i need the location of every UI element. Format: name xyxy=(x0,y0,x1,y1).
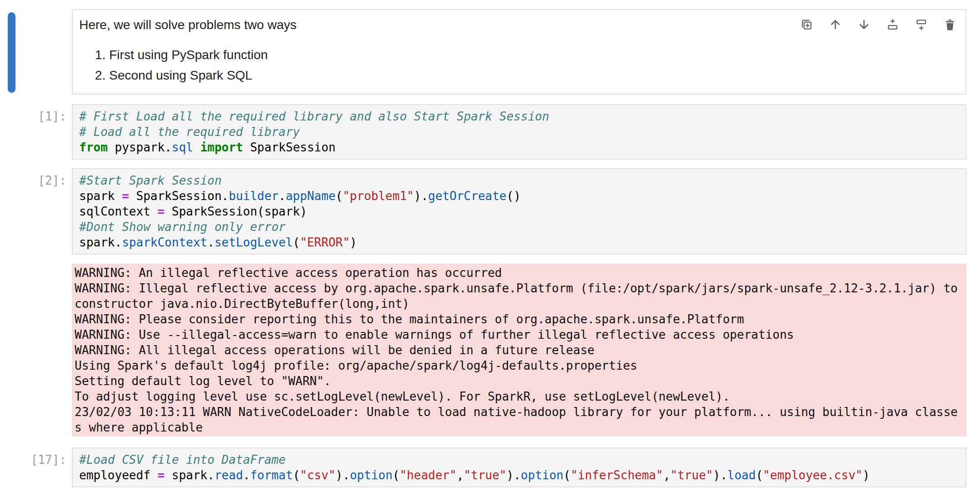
markdown-prompt-gutter xyxy=(0,9,72,95)
execution-prompt: [17]: xyxy=(0,447,72,487)
duplicate-cell-icon[interactable] xyxy=(799,17,814,32)
insert-cell-above-icon[interactable] xyxy=(885,17,900,32)
code-cell-row: [17]: #Load CSV file into DataFrameemplo… xyxy=(0,447,966,487)
delete-cell-icon[interactable] xyxy=(943,17,957,32)
stderr-line: 23/02/03 10:13:11 WARN NativeCodeLoader:… xyxy=(75,404,965,420)
code-line: #Load CSV file into DataFrame xyxy=(79,452,959,467)
code-line: #Dont Show warning only error xyxy=(79,219,959,235)
code-line: # Load all the required library xyxy=(79,124,959,140)
code-cell-row: [2]: #Start Spark Sessionspark = SparkSe… xyxy=(0,168,966,255)
markdown-list-item: First using PySpark function xyxy=(109,45,958,65)
code-editor[interactable]: #Start Spark Sessionspark = SparkSession… xyxy=(72,168,966,255)
cell-toolbar xyxy=(799,17,957,32)
code-line: spark.sparkContext.setLogLevel("ERROR") xyxy=(79,235,959,250)
code-line: # First Load all the required library an… xyxy=(79,109,959,124)
stderr-line: constructor java.nio.DirectByteBuffer(lo… xyxy=(75,296,965,311)
execution-prompt: [1]: xyxy=(0,104,72,160)
code-cell-1-wrapper: [1]: # First Load all the required libra… xyxy=(0,104,980,160)
stderr-line: s where applicable xyxy=(75,420,965,435)
stderr-line: WARNING: Illegal reflective access by or… xyxy=(75,281,965,296)
code-line: sqlContext = SparkSession(spark) xyxy=(79,204,959,219)
code-editor[interactable]: #Load CSV file into DataFrameemployeedf … xyxy=(72,447,966,487)
move-cell-down-icon[interactable] xyxy=(857,17,871,32)
code-line: #Start Spark Session xyxy=(79,173,959,188)
stderr-line: WARNING: An illegal reflective access op… xyxy=(75,265,965,281)
code-line: spark = SparkSession.builder.appName("pr… xyxy=(79,188,959,204)
move-cell-up-icon[interactable] xyxy=(828,17,843,32)
stderr-line: WARNING: All illegal access operations w… xyxy=(75,342,965,358)
code-line: from pyspark.sql import SparkSession xyxy=(79,140,959,155)
stderr-line: WARNING: Use --illegal-access=warn to en… xyxy=(75,327,965,342)
code-cell-17-wrapper: [17]: #Load CSV file into DataFrameemplo… xyxy=(0,447,980,487)
code-cell-2-wrapper: [2]: #Start Spark Sessionspark = SparkSe… xyxy=(0,168,980,437)
insert-cell-below-icon[interactable] xyxy=(914,17,929,32)
markdown-cell-row: Here, we will solve problems two ways Fi… xyxy=(0,9,966,95)
execution-prompt: [2]: xyxy=(0,168,72,255)
code-cell-row: [1]: # First Load all the required libra… xyxy=(0,104,966,160)
stderr-line: WARNING: Please consider reporting this … xyxy=(75,311,965,327)
markdown-list-item: Second using Spark SQL xyxy=(109,65,958,85)
code-editor[interactable]: # First Load all the required library an… xyxy=(72,104,966,160)
stderr-line: To adjust logging level use sc.setLogLev… xyxy=(75,389,965,404)
stderr-output: WARNING: An illegal reflective access op… xyxy=(72,264,966,437)
markdown-cell[interactable]: Here, we will solve problems two ways Fi… xyxy=(72,9,966,95)
notebook-area: Here, we will solve problems two ways Fi… xyxy=(0,9,980,487)
stderr-line: Using Spark's default log4j profile: org… xyxy=(75,358,965,373)
code-line: employeedf = spark.read.format("csv").op… xyxy=(79,467,959,483)
markdown-list: First using PySpark functionSecond using… xyxy=(79,45,958,85)
stderr-line: Setting default log level to "WARN". xyxy=(75,373,965,389)
